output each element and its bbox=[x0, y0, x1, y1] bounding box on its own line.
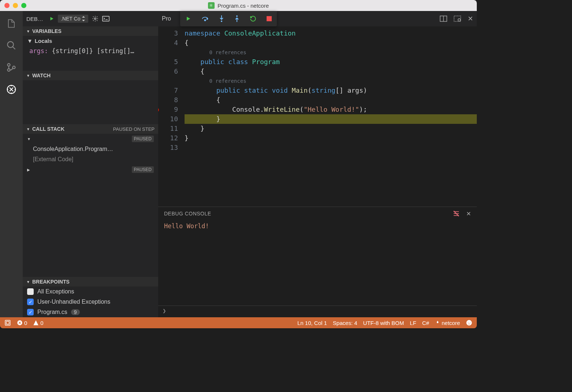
cursor-position[interactable]: Ln 10, Col 1 bbox=[297, 320, 327, 326]
checkbox[interactable]: ✓ bbox=[27, 299, 34, 305]
callstack-item[interactable]: ▶PAUSED bbox=[23, 164, 158, 175]
editor-tab[interactable]: Pro bbox=[162, 15, 171, 22]
variable-row[interactable]: args: {string[0]} [string[]… bbox=[23, 46, 158, 56]
debug-config-select[interactable]: .NET Co bbox=[58, 15, 88, 23]
encoding-status[interactable]: UTF-8 with BOM bbox=[363, 320, 404, 326]
maximize-window-button[interactable] bbox=[21, 3, 26, 8]
debug-console-header: DEBUG CONSOLE ✕ bbox=[158, 207, 477, 220]
variables-header[interactable]: ▼ VARIABLES bbox=[23, 26, 158, 36]
source-control-icon[interactable] bbox=[5, 62, 17, 73]
debug-settings-button[interactable] bbox=[92, 15, 99, 22]
breakpoint-item[interactable]: All Exceptions bbox=[23, 286, 158, 297]
language-status[interactable]: C# bbox=[422, 320, 429, 326]
chevron-down-icon: ▼ bbox=[26, 74, 30, 78]
debug-target[interactable]: netcore bbox=[435, 320, 460, 326]
svg-rect-21 bbox=[6, 321, 9, 324]
warnings-status[interactable]: 0 bbox=[33, 320, 43, 326]
breakpoint-item[interactable]: ✓User-Unhandled Exceptions bbox=[23, 297, 158, 307]
svg-line-1 bbox=[13, 47, 15, 49]
window-title: ⚛ Program.cs - netcore bbox=[208, 2, 269, 9]
debug-header: DEB… .NET Co bbox=[23, 11, 158, 26]
callstack-item[interactable]: ConsoleApplication.Program… bbox=[23, 144, 158, 154]
app-icon: ⚛ bbox=[208, 2, 215, 9]
svg-point-23 bbox=[467, 320, 472, 326]
search-icon[interactable] bbox=[5, 40, 17, 51]
svg-rect-15 bbox=[267, 16, 272, 21]
minimize-window-button[interactable] bbox=[13, 3, 18, 8]
checkbox[interactable] bbox=[27, 288, 34, 295]
console-output: Hello World! bbox=[158, 220, 477, 306]
svg-point-11 bbox=[458, 19, 461, 21]
console-input[interactable]: ❯ bbox=[158, 306, 477, 317]
checkbox[interactable]: ✓ bbox=[27, 309, 34, 315]
svg-point-3 bbox=[8, 69, 10, 71]
chevron-down-icon: ▼ bbox=[26, 280, 30, 284]
eol-status[interactable]: LF bbox=[410, 320, 416, 326]
debug-label: DEB… bbox=[26, 16, 45, 22]
continue-button[interactable] bbox=[185, 16, 191, 22]
svg-point-13 bbox=[221, 21, 222, 22]
titlebar: ⚛ Program.cs - netcore bbox=[0, 0, 477, 11]
explorer-icon[interactable] bbox=[5, 18, 17, 29]
callstack-item[interactable]: [External Code] bbox=[23, 154, 158, 164]
svg-point-24 bbox=[468, 322, 468, 323]
window-controls bbox=[4, 3, 26, 8]
clear-console-button[interactable] bbox=[453, 211, 460, 217]
svg-rect-7 bbox=[103, 16, 109, 21]
step-into-button[interactable] bbox=[219, 15, 224, 22]
debug-console-panel: DEBUG CONSOLE ✕ Hello World! ❯ bbox=[158, 207, 477, 317]
breakpoints-header[interactable]: ▼ BREAKPOINTS bbox=[23, 277, 158, 286]
chevron-down-icon: ▼ bbox=[26, 127, 30, 131]
errors-status[interactable]: 0 bbox=[17, 320, 27, 326]
svg-point-6 bbox=[94, 18, 96, 20]
close-panel-button[interactable]: ✕ bbox=[466, 210, 471, 217]
remote-button[interactable] bbox=[4, 319, 11, 326]
split-editor-button[interactable] bbox=[440, 15, 447, 22]
step-out-button[interactable] bbox=[234, 15, 239, 22]
svg-point-12 bbox=[204, 20, 205, 21]
indentation-status[interactable]: Spaces: 4 bbox=[333, 320, 357, 326]
editor-area: Pro ✕ 345678910111213 namespace Conso bbox=[158, 11, 477, 317]
debug-toolbar bbox=[180, 11, 277, 26]
debug-icon[interactable] bbox=[5, 84, 17, 95]
watch-header[interactable]: ▼ WATCH bbox=[23, 71, 158, 80]
step-over-button[interactable] bbox=[201, 16, 209, 22]
code-editor[interactable]: 345678910111213 namespace ConsoleApplica… bbox=[158, 26, 477, 207]
feedback-button[interactable] bbox=[466, 319, 472, 326]
title-text: Program.cs - netcore bbox=[218, 3, 269, 9]
statusbar: 0 0 Ln 10, Col 1 Spaces: 4 UTF-8 with BO… bbox=[0, 317, 477, 328]
callstack-header[interactable]: ▼ CALL STACK PAUSED ON STEP bbox=[23, 124, 158, 134]
stop-button[interactable] bbox=[267, 16, 272, 21]
main-area: DEB… .NET Co ▼ VARIABLES ▼ Locals args: bbox=[0, 11, 477, 317]
breakpoint-item[interactable]: ✓Program.cs9 bbox=[23, 307, 158, 317]
svg-point-2 bbox=[8, 64, 10, 66]
chevron-down-icon: ▼ bbox=[27, 38, 33, 44]
svg-point-25 bbox=[470, 322, 471, 323]
svg-point-0 bbox=[8, 42, 14, 48]
start-debug-button[interactable] bbox=[49, 16, 54, 21]
callstack-item[interactable]: ▼PAUSED bbox=[23, 134, 158, 144]
activity-bar bbox=[0, 11, 23, 317]
chevron-down-icon: ▼ bbox=[26, 29, 30, 33]
svg-point-14 bbox=[236, 15, 238, 17]
close-window-button[interactable] bbox=[4, 3, 10, 8]
close-editor-button[interactable]: ✕ bbox=[468, 15, 473, 23]
locals-header[interactable]: ▼ Locals bbox=[23, 36, 158, 46]
restart-button[interactable] bbox=[250, 15, 256, 22]
debug-console-toggle-button[interactable] bbox=[102, 16, 109, 22]
more-actions-button[interactable] bbox=[454, 15, 461, 22]
debug-sidebar: DEB… .NET Co ▼ VARIABLES ▼ Locals args: bbox=[23, 11, 158, 317]
svg-rect-20 bbox=[5, 320, 10, 325]
